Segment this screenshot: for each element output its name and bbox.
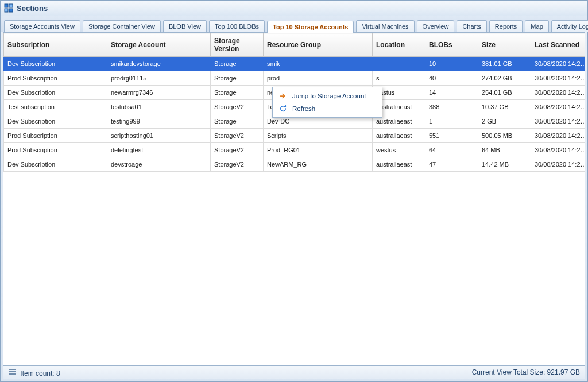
status-item-count-label: Item count: 8: [20, 369, 60, 377]
tab-activity-log[interactable]: Activity Log: [551, 20, 588, 32]
cell-subscription: Dev Subscription: [4, 86, 107, 100]
cell-version: StorageV2: [211, 157, 264, 172]
cell-account: testing999: [107, 114, 211, 129]
col-header-blobs[interactable]: BLOBs: [425, 33, 478, 57]
cell-size: 64 MB: [478, 143, 531, 157]
app-icon: [4, 3, 13, 13]
col-header-last-scanned[interactable]: Last Scanned: [531, 33, 585, 57]
cell-version: StorageV2: [211, 100, 264, 114]
cell-rg: NewARM_RG: [264, 157, 373, 172]
menu-item-label: Refresh: [292, 105, 315, 112]
cell-account: deletingtest: [107, 143, 211, 157]
cell-subscription: Dev Subscription: [4, 114, 107, 129]
menu-jump-to-storage-account[interactable]: Jump to Storage Account: [273, 90, 382, 102]
arrow-right-icon: [278, 91, 288, 101]
table-row[interactable]: Prod Subscriptionscripthosting01StorageV…: [4, 129, 585, 143]
cell-blobs: 14: [425, 86, 478, 100]
tab-virtual-machines[interactable]: Virtual Machines: [356, 20, 414, 32]
tab-strip: Storage Accounts ViewStorage Container V…: [1, 16, 587, 32]
cell-size: 274.02 GB: [478, 71, 531, 86]
cell-rg: smik: [264, 57, 373, 71]
cell-size: 500.05 MB: [478, 129, 531, 143]
status-bar: Item count: 8 Current View Total Size: 9…: [3, 365, 585, 379]
svg-rect-2: [5, 9, 8, 12]
svg-rect-1: [9, 4, 13, 7]
grid-panel: Subscription Storage Account Storage Ver…: [3, 32, 585, 379]
cell-account: smikardevstorage: [107, 57, 211, 71]
col-header-resource-group[interactable]: Resource Group: [264, 33, 373, 57]
table-row[interactable]: Dev SubscriptionsmikardevstorageStorages…: [4, 57, 585, 71]
cell-location: s: [373, 71, 425, 86]
app-window: Sections Storage Accounts ViewStorage Co…: [0, 0, 588, 382]
cell-blobs: 47: [425, 157, 478, 172]
cell-version: Storage: [211, 57, 264, 71]
cell-scanned: 30/08/2020 14:27:44: [531, 114, 585, 129]
cell-rg: Scripts: [264, 129, 373, 143]
table-row[interactable]: Prod Subscriptionprodrg01115Storageprods…: [4, 71, 585, 86]
col-header-storage-account[interactable]: Storage Account: [107, 33, 211, 57]
cell-subscription: Dev Subscription: [4, 57, 107, 71]
table-row[interactable]: Dev SubscriptiondevstroageStorageV2NewAR…: [4, 157, 585, 172]
cell-size: 10.37 GB: [478, 100, 531, 114]
tab-charts[interactable]: Charts: [457, 20, 486, 32]
cell-rg: Prod_RG01: [264, 143, 373, 157]
col-header-location[interactable]: Location: [373, 33, 425, 57]
cell-version: Storage: [211, 86, 264, 100]
svg-rect-0: [5, 4, 8, 7]
cell-version: Storage: [211, 114, 264, 129]
tab-storage-container-view[interactable]: Storage Container View: [83, 20, 161, 32]
cell-scanned: 30/08/2020 14:28:50: [531, 129, 585, 143]
tab-blob-view[interactable]: BLOB View: [163, 20, 207, 32]
svg-rect-3: [9, 9, 13, 12]
cell-size: 2 GB: [478, 114, 531, 129]
tab-storage-accounts-view[interactable]: Storage Accounts View: [4, 20, 80, 32]
cell-size: 381.01 GB: [478, 57, 531, 71]
cell-account: prodrg01115: [107, 71, 211, 86]
cell-account: newarmrg7346: [107, 86, 211, 100]
cell-account: scripthosting01: [107, 129, 211, 143]
cell-account: testubsa01: [107, 100, 211, 114]
cell-blobs: 388: [425, 100, 478, 114]
cell-subscription: Prod Subscription: [4, 71, 107, 86]
cell-subscription: Test subscription: [4, 100, 107, 114]
table-row[interactable]: Prod SubscriptiondeletingtestStorageV2Pr…: [4, 143, 585, 157]
tab-map[interactable]: Map: [525, 20, 548, 32]
tab-reports[interactable]: Reports: [489, 20, 523, 32]
cell-blobs: 40: [425, 71, 478, 86]
cell-size: 14.42 MB: [478, 157, 531, 172]
cell-blobs: 64: [425, 143, 478, 157]
svg-rect-6: [9, 373, 16, 375]
col-header-storage-version[interactable]: Storage Version: [211, 33, 264, 57]
col-header-subscription[interactable]: Subscription: [4, 33, 107, 57]
cell-scanned: 30/08/2020 14:28:02: [531, 143, 585, 157]
cell-blobs: 551: [425, 129, 478, 143]
titlebar: Sections: [1, 1, 587, 16]
context-menu: Jump to Storage Account Refresh: [272, 87, 382, 118]
cell-location: australiaeast: [373, 129, 425, 143]
tab-overview[interactable]: Overview: [417, 20, 455, 32]
col-header-size[interactable]: Size: [478, 33, 531, 57]
cell-account: devstroage: [107, 157, 211, 172]
window-title: Sections: [17, 4, 48, 13]
cell-version: StorageV2: [211, 129, 264, 143]
cell-location: westus: [373, 143, 425, 157]
grid-area: Subscription Storage Account Storage Ver…: [3, 33, 585, 365]
status-total-size: Current View Total Size: 921.97 GB: [472, 368, 580, 376]
cell-location: [373, 57, 425, 71]
cell-location: australiaeast: [373, 157, 425, 172]
cell-scanned: 30/08/2020 14:26:47: [531, 86, 585, 100]
svg-rect-5: [9, 371, 16, 372]
cell-scanned: 30/08/2020 14:29:09: [531, 100, 585, 114]
tab-top-10-storage-accounts[interactable]: Top 10 Storage Accounts: [267, 21, 354, 33]
cell-rg: prod: [264, 71, 373, 86]
cell-version: StorageV2: [211, 143, 264, 157]
cell-blobs: 1: [425, 114, 478, 129]
tab-top-100-blobs[interactable]: Top 100 BLOBs: [209, 20, 265, 32]
menu-refresh[interactable]: Refresh: [273, 102, 382, 115]
status-item-count: Item count: 8: [8, 368, 60, 377]
cell-subscription: Prod Subscription: [4, 143, 107, 157]
table-header-row: Subscription Storage Account Storage Ver…: [4, 33, 585, 57]
cell-version: Storage: [211, 71, 264, 86]
cell-scanned: 30/08/2020 14:28:42: [531, 71, 585, 86]
cell-subscription: Prod Subscription: [4, 129, 107, 143]
